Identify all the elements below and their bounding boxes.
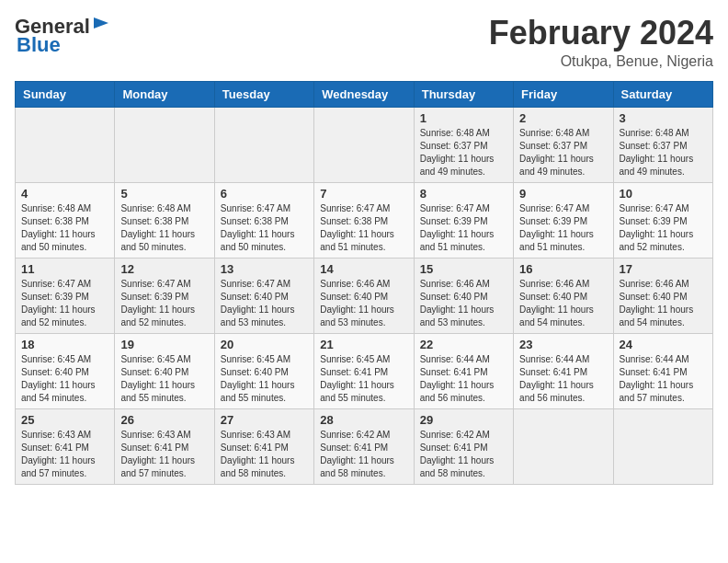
day-info: Sunrise: 6:45 AM Sunset: 6:40 PM Dayligh… (21, 353, 108, 405)
calendar-day-cell: 18Sunrise: 6:45 AM Sunset: 6:40 PM Dayli… (16, 333, 115, 408)
day-info: Sunrise: 6:47 AM Sunset: 6:38 PM Dayligh… (320, 202, 407, 254)
calendar-day-cell (514, 408, 613, 484)
day-number: 24 (620, 338, 707, 351)
calendar-title: February 2024 (489, 15, 713, 52)
day-info: Sunrise: 6:43 AM Sunset: 6:41 PM Dayligh… (120, 429, 208, 480)
day-info: Sunrise: 6:43 AM Sunset: 6:41 PM Dayligh… (221, 429, 308, 480)
day-info: Sunrise: 6:46 AM Sunset: 6:40 PM Dayligh… (519, 278, 607, 329)
calendar-day-cell: 9Sunrise: 6:47 AM Sunset: 6:39 PM Daylig… (514, 182, 613, 258)
calendar-day-cell: 28Sunrise: 6:42 AM Sunset: 6:41 PM Dayli… (314, 408, 414, 484)
calendar-day-cell: 11Sunrise: 6:47 AM Sunset: 6:39 PM Dayli… (16, 258, 115, 333)
calendar-day-cell: 20Sunrise: 6:45 AM Sunset: 6:40 PM Dayli… (214, 333, 313, 408)
calendar-day-cell (314, 107, 414, 182)
calendar-day-cell: 22Sunrise: 6:44 AM Sunset: 6:41 PM Dayli… (414, 333, 513, 408)
calendar-table: Sunday Monday Tuesday Wednesday Thursday… (15, 81, 713, 485)
day-info: Sunrise: 6:46 AM Sunset: 6:40 PM Dayligh… (620, 278, 707, 329)
day-info: Sunrise: 6:44 AM Sunset: 6:41 PM Dayligh… (620, 353, 707, 405)
day-number: 13 (221, 262, 308, 276)
calendar-day-cell (16, 107, 115, 182)
day-number: 11 (21, 262, 108, 276)
week-row-1: 1Sunrise: 6:48 AM Sunset: 6:37 PM Daylig… (16, 107, 713, 182)
day-info: Sunrise: 6:43 AM Sunset: 6:41 PM Dayligh… (21, 429, 108, 480)
header-saturday: Saturday (613, 81, 712, 107)
day-info: Sunrise: 6:46 AM Sunset: 6:40 PM Dayligh… (320, 278, 407, 329)
day-number: 5 (120, 187, 208, 201)
header-tuesday: Tuesday (214, 81, 313, 107)
calendar-day-cell: 12Sunrise: 6:47 AM Sunset: 6:39 PM Dayli… (115, 258, 214, 333)
day-number: 21 (320, 338, 407, 351)
calendar-day-cell: 14Sunrise: 6:46 AM Sunset: 6:40 PM Dayli… (314, 258, 414, 333)
day-info: Sunrise: 6:48 AM Sunset: 6:37 PM Dayligh… (519, 127, 607, 178)
week-row-3: 11Sunrise: 6:47 AM Sunset: 6:39 PM Dayli… (16, 258, 713, 333)
logo: General Blue (15, 15, 110, 57)
calendar-day-cell: 1Sunrise: 6:48 AM Sunset: 6:37 PM Daylig… (414, 107, 513, 182)
day-number: 6 (221, 187, 308, 201)
day-number: 20 (221, 338, 308, 351)
day-info: Sunrise: 6:46 AM Sunset: 6:40 PM Dayligh… (420, 278, 507, 329)
calendar-day-cell: 10Sunrise: 6:47 AM Sunset: 6:39 PM Dayli… (613, 182, 712, 258)
day-info: Sunrise: 6:47 AM Sunset: 6:39 PM Dayligh… (420, 202, 507, 254)
calendar-subtitle: Otukpa, Benue, Nigeria (489, 53, 713, 70)
header-sunday: Sunday (16, 81, 115, 107)
day-number: 3 (620, 111, 707, 125)
day-number: 1 (420, 111, 507, 125)
day-number: 18 (21, 338, 108, 351)
calendar-day-cell: 5Sunrise: 6:48 AM Sunset: 6:38 PM Daylig… (115, 182, 214, 258)
calendar-day-cell (613, 408, 712, 484)
calendar-day-cell: 17Sunrise: 6:46 AM Sunset: 6:40 PM Dayli… (613, 258, 712, 333)
calendar-day-cell (214, 107, 313, 182)
calendar-day-cell: 3Sunrise: 6:48 AM Sunset: 6:37 PM Daylig… (613, 107, 712, 182)
logo-flag-icon (92, 16, 110, 34)
page-header: General Blue February 2024 Otukpa, Benue… (15, 15, 713, 70)
week-row-2: 4Sunrise: 6:48 AM Sunset: 6:38 PM Daylig… (16, 182, 713, 258)
day-number: 14 (320, 262, 407, 276)
day-number: 2 (519, 111, 607, 125)
calendar-day-cell: 8Sunrise: 6:47 AM Sunset: 6:39 PM Daylig… (414, 182, 513, 258)
calendar-day-cell (115, 107, 214, 182)
day-number: 27 (221, 413, 308, 427)
calendar-day-cell: 26Sunrise: 6:43 AM Sunset: 6:41 PM Dayli… (115, 408, 214, 484)
day-info: Sunrise: 6:47 AM Sunset: 6:39 PM Dayligh… (120, 278, 208, 329)
day-info: Sunrise: 6:47 AM Sunset: 6:40 PM Dayligh… (221, 278, 308, 329)
day-info: Sunrise: 6:44 AM Sunset: 6:41 PM Dayligh… (420, 353, 507, 405)
calendar-day-cell: 4Sunrise: 6:48 AM Sunset: 6:38 PM Daylig… (16, 182, 115, 258)
day-info: Sunrise: 6:44 AM Sunset: 6:41 PM Dayligh… (519, 353, 607, 405)
day-info: Sunrise: 6:48 AM Sunset: 6:37 PM Dayligh… (620, 127, 707, 178)
header-thursday: Thursday (414, 81, 513, 107)
day-info: Sunrise: 6:47 AM Sunset: 6:39 PM Dayligh… (519, 202, 607, 254)
week-row-5: 25Sunrise: 6:43 AM Sunset: 6:41 PM Dayli… (16, 408, 713, 484)
calendar-day-cell: 21Sunrise: 6:45 AM Sunset: 6:41 PM Dayli… (314, 333, 414, 408)
day-info: Sunrise: 6:48 AM Sunset: 6:38 PM Dayligh… (120, 202, 208, 254)
week-row-4: 18Sunrise: 6:45 AM Sunset: 6:40 PM Dayli… (16, 333, 713, 408)
calendar-day-cell: 6Sunrise: 6:47 AM Sunset: 6:38 PM Daylig… (214, 182, 313, 258)
day-number: 7 (320, 187, 407, 201)
day-number: 16 (519, 262, 607, 276)
weekday-header-row: Sunday Monday Tuesday Wednesday Thursday… (16, 81, 713, 107)
day-info: Sunrise: 6:47 AM Sunset: 6:39 PM Dayligh… (21, 278, 108, 329)
day-number: 22 (420, 338, 507, 351)
day-info: Sunrise: 6:45 AM Sunset: 6:41 PM Dayligh… (320, 353, 407, 405)
day-info: Sunrise: 6:42 AM Sunset: 6:41 PM Dayligh… (320, 429, 407, 480)
calendar-day-cell: 13Sunrise: 6:47 AM Sunset: 6:40 PM Dayli… (214, 258, 313, 333)
day-number: 12 (120, 262, 208, 276)
calendar-day-cell: 19Sunrise: 6:45 AM Sunset: 6:40 PM Dayli… (115, 333, 214, 408)
day-info: Sunrise: 6:47 AM Sunset: 6:38 PM Dayligh… (221, 202, 308, 254)
svg-marker-0 (94, 17, 108, 29)
day-number: 15 (420, 262, 507, 276)
day-number: 17 (620, 262, 707, 276)
day-number: 4 (21, 187, 108, 201)
calendar-day-cell: 7Sunrise: 6:47 AM Sunset: 6:38 PM Daylig… (314, 182, 414, 258)
calendar-day-cell: 16Sunrise: 6:46 AM Sunset: 6:40 PM Dayli… (514, 258, 613, 333)
calendar-day-cell: 24Sunrise: 6:44 AM Sunset: 6:41 PM Dayli… (613, 333, 712, 408)
day-number: 28 (320, 413, 407, 427)
calendar-day-cell: 2Sunrise: 6:48 AM Sunset: 6:37 PM Daylig… (514, 107, 613, 182)
day-info: Sunrise: 6:47 AM Sunset: 6:39 PM Dayligh… (620, 202, 707, 254)
title-block: February 2024 Otukpa, Benue, Nigeria (489, 15, 713, 70)
header-monday: Monday (115, 81, 214, 107)
day-info: Sunrise: 6:45 AM Sunset: 6:40 PM Dayligh… (221, 353, 308, 405)
day-number: 9 (519, 187, 607, 201)
day-number: 25 (21, 413, 108, 427)
day-info: Sunrise: 6:45 AM Sunset: 6:40 PM Dayligh… (120, 353, 208, 405)
calendar-day-cell: 27Sunrise: 6:43 AM Sunset: 6:41 PM Dayli… (214, 408, 313, 484)
day-info: Sunrise: 6:48 AM Sunset: 6:37 PM Dayligh… (420, 127, 507, 178)
